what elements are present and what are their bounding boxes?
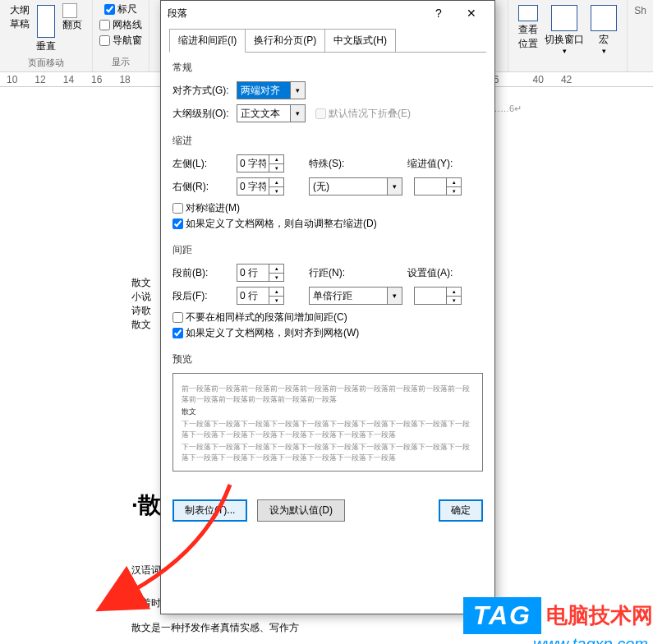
vertical-button[interactable]: 垂直 [33, 2, 59, 57]
view-icon [518, 5, 538, 21]
watermark: TAG 电脑技术网 www.tagxp.com [463, 597, 653, 634]
outline-level-select[interactable]: 正文文本▾ [237, 104, 306, 122]
alignment-select[interactable]: 两端对齐▾ [237, 81, 306, 99]
space-after-spinner[interactable]: ▴▾ [237, 287, 284, 305]
dialog-title: 段落 [168, 7, 422, 21]
dialog-titlebar[interactable]: 段落 ? ✕ [161, 1, 494, 25]
set-default-button[interactable]: 设为默认值(D) [257, 499, 345, 522]
doc-line: 散文 [131, 318, 151, 332]
tab-indent-spacing[interactable]: 缩进和间距(I) [169, 29, 246, 53]
page-icon [37, 5, 55, 38]
preview-box: 前一段落前一段落前一段落前一段落前一段落前一段落前一段落前一段落前一段落前一段落… [172, 373, 483, 472]
section-indent: 缩进 左侧(L): ▴▾ 特殊(S): 缩进值(Y): 右侧(R): ▴▾ (无… [172, 134, 483, 232]
outline-button[interactable]: 大纲 草稿 [7, 2, 33, 33]
doc-text: 随着时 [131, 596, 161, 610]
doc-text: 散文是一种抒发作者真情实感、写作方 [131, 621, 299, 635]
auto-adjust-checkbox[interactable]: 如果定义了文档网格，则自动调整右缩进(D) [172, 216, 483, 232]
right-indent-label: 右侧(R): [172, 180, 237, 194]
watermark-box: TAG [463, 597, 541, 634]
navpane-checkbox[interactable]: 导航窗 [99, 33, 142, 48]
special-label: 特殊(S): [309, 157, 373, 171]
watermark-url: www.tagxp.com [533, 635, 648, 644]
group-label: 页面移动 [28, 57, 64, 71]
group-label: 显示 [112, 56, 130, 70]
flip-icon [62, 3, 77, 18]
at-label: 设置值(A): [407, 266, 471, 280]
chevron-down-icon: ▾ [387, 288, 402, 304]
dialog-tabs: 缩进和间距(I) 换行和分页(P) 中文版式(H) [161, 25, 494, 53]
tab-asian-typography[interactable]: 中文版式(H) [324, 29, 396, 53]
doc-heading: ·散 [131, 490, 161, 521]
at-spinner[interactable]: ▴▾ [414, 287, 462, 305]
section-general: 常规 对齐方式(G): 两端对齐▾ 大纲级别(O): 正文文本▾ 默认情况下折叠… [172, 61, 483, 122]
doc-text: 汉语词 [131, 564, 161, 577]
doc-line: 诗歌 [131, 304, 151, 318]
gridlines-checkbox[interactable]: 网格线 [99, 17, 142, 33]
help-button[interactable]: ? [422, 2, 455, 25]
doc-line: 散文 [131, 276, 151, 290]
flip-button[interactable]: 翻页 [59, 2, 85, 34]
switch-window-button[interactable]: 切换窗口▾ [541, 2, 587, 58]
space-before-label: 段前(B): [172, 266, 237, 280]
section-heading: 预览 [172, 352, 483, 366]
watermark-text: 电脑技术网 [546, 601, 653, 630]
alignment-label: 对齐方式(G): [172, 84, 237, 98]
section-preview: 预览 前一段落前一段落前一段落前一段落前一段落前一段落前一段落前一段落前一段落前… [172, 352, 483, 472]
tab-line-page-breaks[interactable]: 换行和分页(P) [245, 29, 325, 53]
space-before-spinner[interactable]: ▴▾ [237, 264, 284, 282]
no-space-same-style-checkbox[interactable]: 不要在相同样式的段落间增加间距(C) [172, 310, 483, 325]
ok-button[interactable]: 确定 [439, 499, 483, 522]
indent-value-label: 缩进值(Y): [407, 157, 471, 171]
window-icon [551, 5, 577, 31]
doc-line: 小说 [131, 290, 151, 304]
left-indent-label: 左侧(L): [172, 157, 237, 171]
space-after-label: 段后(F): [172, 289, 237, 303]
line-spacing-label: 行距(N): [309, 266, 373, 280]
ruler-checkbox[interactable]: 标尺 [104, 2, 137, 17]
ribbon-group-window: 查看位置 切换窗口▾ 宏▾ [508, 0, 628, 71]
tabs-button[interactable]: 制表位(T)... [172, 499, 247, 522]
ribbon-group-view: 大纲 草稿 垂直 翻页 页面移动 [0, 0, 93, 71]
left-indent-spinner[interactable]: ▴▾ [237, 154, 284, 172]
section-heading: 常规 [172, 61, 483, 75]
line-spacing-select[interactable]: 单倍行距▾ [309, 287, 402, 305]
paragraph-dialog: 段落 ? ✕ 缩进和间距(I) 换行和分页(P) 中文版式(H) 常规 对齐方式… [160, 0, 495, 614]
macro-icon [591, 5, 617, 31]
collapse-checkbox: 默认情况下折叠(E) [315, 106, 411, 122]
close-button[interactable]: ✕ [455, 2, 488, 25]
right-indent-spinner[interactable]: ▴▾ [237, 177, 284, 196]
section-heading: 间距 [172, 243, 483, 257]
view-more-button[interactable]: 查看位置 [515, 2, 541, 58]
share-text: Sh [628, 0, 653, 71]
chevron-down-icon: ▾ [387, 178, 402, 195]
indent-value-spinner[interactable]: ▴▾ [414, 177, 462, 196]
dialog-buttons: 制表位(T)... 设为默认值(D) 确定 [161, 491, 494, 530]
section-spacing: 间距 段前(B): ▴▾ 行距(N): 设置值(A): 段后(F): ▴▾ 单倍… [172, 243, 483, 341]
special-select[interactable]: (无)▾ [309, 177, 402, 196]
section-heading: 缩进 [172, 134, 483, 148]
snap-to-grid-checkbox[interactable]: 如果定义了文档网格，则对齐到网格(W) [172, 325, 483, 341]
chevron-down-icon: ▾ [290, 82, 305, 99]
chevron-down-icon: ▾ [290, 105, 305, 122]
outline-level-label: 大纲级别(O): [172, 107, 237, 121]
ribbon-group-show: 标尺 网格线 导航窗 显示 [93, 0, 149, 71]
macros-button[interactable]: 宏▾ [587, 2, 620, 58]
mirror-indent-checkbox[interactable]: 对称缩进(M) [172, 200, 483, 216]
